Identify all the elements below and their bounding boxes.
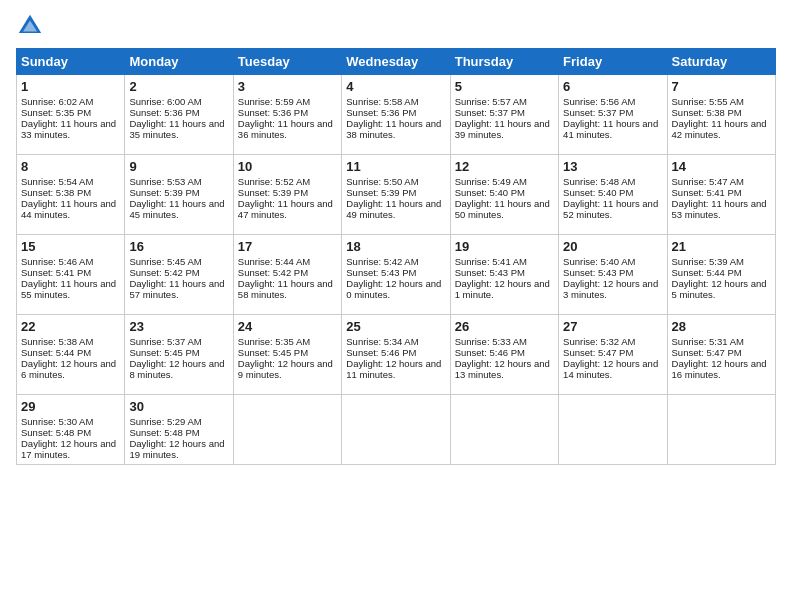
sunrise-text: Sunrise: 5:31 AM [672, 336, 744, 347]
day-cell-20: 20 Sunrise: 5:40 AM Sunset: 5:43 PM Dayl… [559, 235, 667, 315]
sunrise-text: Sunrise: 5:56 AM [563, 96, 635, 107]
logo [16, 12, 48, 40]
day-cell-16: 16 Sunrise: 5:45 AM Sunset: 5:42 PM Dayl… [125, 235, 233, 315]
sunrise-text: Sunrise: 5:54 AM [21, 176, 93, 187]
sunset-text: Sunset: 5:42 PM [238, 267, 308, 278]
day-cell-19: 19 Sunrise: 5:41 AM Sunset: 5:43 PM Dayl… [450, 235, 558, 315]
day-number: 17 [238, 239, 337, 254]
empty-cell [342, 395, 450, 465]
day-number: 19 [455, 239, 554, 254]
day-cell-18: 18 Sunrise: 5:42 AM Sunset: 5:43 PM Dayl… [342, 235, 450, 315]
day-number: 21 [672, 239, 771, 254]
day-cell-14: 14 Sunrise: 5:47 AM Sunset: 5:41 PM Dayl… [667, 155, 775, 235]
day-cell-5: 5 Sunrise: 5:57 AM Sunset: 5:37 PM Dayli… [450, 75, 558, 155]
sunset-text: Sunset: 5:48 PM [21, 427, 91, 438]
day-number: 6 [563, 79, 662, 94]
day-cell-3: 3 Sunrise: 5:59 AM Sunset: 5:36 PM Dayli… [233, 75, 341, 155]
day-number: 3 [238, 79, 337, 94]
day-number: 25 [346, 319, 445, 334]
daylight-text: Daylight: 12 hours and 6 minutes. [21, 358, 116, 380]
sunset-text: Sunset: 5:42 PM [129, 267, 199, 278]
sunrise-text: Sunrise: 5:39 AM [672, 256, 744, 267]
daylight-text: Daylight: 11 hours and 36 minutes. [238, 118, 333, 140]
day-number: 10 [238, 159, 337, 174]
sunrise-text: Sunrise: 5:34 AM [346, 336, 418, 347]
sunset-text: Sunset: 5:41 PM [672, 187, 742, 198]
daylight-text: Daylight: 11 hours and 57 minutes. [129, 278, 224, 300]
sunset-text: Sunset: 5:48 PM [129, 427, 199, 438]
sunset-text: Sunset: 5:45 PM [238, 347, 308, 358]
daylight-text: Daylight: 12 hours and 3 minutes. [563, 278, 658, 300]
daylight-text: Daylight: 11 hours and 52 minutes. [563, 198, 658, 220]
day-cell-6: 6 Sunrise: 5:56 AM Sunset: 5:37 PM Dayli… [559, 75, 667, 155]
sunset-text: Sunset: 5:39 PM [346, 187, 416, 198]
sunset-text: Sunset: 5:43 PM [455, 267, 525, 278]
day-cell-24: 24 Sunrise: 5:35 AM Sunset: 5:45 PM Dayl… [233, 315, 341, 395]
sunrise-text: Sunrise: 5:41 AM [455, 256, 527, 267]
daylight-text: Daylight: 11 hours and 39 minutes. [455, 118, 550, 140]
daylight-text: Daylight: 12 hours and 19 minutes. [129, 438, 224, 460]
day-number: 8 [21, 159, 120, 174]
day-number: 30 [129, 399, 228, 414]
daylight-text: Daylight: 11 hours and 35 minutes. [129, 118, 224, 140]
sunrise-text: Sunrise: 5:33 AM [455, 336, 527, 347]
day-header-saturday: Saturday [667, 49, 775, 75]
day-number: 11 [346, 159, 445, 174]
daylight-text: Daylight: 12 hours and 16 minutes. [672, 358, 767, 380]
daylight-text: Daylight: 11 hours and 45 minutes. [129, 198, 224, 220]
daylight-text: Daylight: 12 hours and 5 minutes. [672, 278, 767, 300]
sunrise-text: Sunrise: 5:48 AM [563, 176, 635, 187]
sunset-text: Sunset: 5:39 PM [129, 187, 199, 198]
week-row-5: 29 Sunrise: 5:30 AM Sunset: 5:48 PM Dayl… [17, 395, 776, 465]
day-number: 1 [21, 79, 120, 94]
sunset-text: Sunset: 5:43 PM [563, 267, 633, 278]
sunrise-text: Sunrise: 6:00 AM [129, 96, 201, 107]
day-cell-15: 15 Sunrise: 5:46 AM Sunset: 5:41 PM Dayl… [17, 235, 125, 315]
sunrise-text: Sunrise: 5:58 AM [346, 96, 418, 107]
daylight-text: Daylight: 12 hours and 13 minutes. [455, 358, 550, 380]
day-header-monday: Monday [125, 49, 233, 75]
day-cell-17: 17 Sunrise: 5:44 AM Sunset: 5:42 PM Dayl… [233, 235, 341, 315]
daylight-text: Daylight: 11 hours and 47 minutes. [238, 198, 333, 220]
sunset-text: Sunset: 5:38 PM [672, 107, 742, 118]
week-row-2: 8 Sunrise: 5:54 AM Sunset: 5:38 PM Dayli… [17, 155, 776, 235]
daylight-text: Daylight: 11 hours and 41 minutes. [563, 118, 658, 140]
day-header-friday: Friday [559, 49, 667, 75]
day-number: 24 [238, 319, 337, 334]
sunrise-text: Sunrise: 5:40 AM [563, 256, 635, 267]
day-cell-12: 12 Sunrise: 5:49 AM Sunset: 5:40 PM Dayl… [450, 155, 558, 235]
sunset-text: Sunset: 5:43 PM [346, 267, 416, 278]
week-row-3: 15 Sunrise: 5:46 AM Sunset: 5:41 PM Dayl… [17, 235, 776, 315]
day-cell-13: 13 Sunrise: 5:48 AM Sunset: 5:40 PM Dayl… [559, 155, 667, 235]
sunset-text: Sunset: 5:46 PM [346, 347, 416, 358]
day-number: 5 [455, 79, 554, 94]
sunrise-text: Sunrise: 5:47 AM [672, 176, 744, 187]
day-number: 26 [455, 319, 554, 334]
sunset-text: Sunset: 5:40 PM [563, 187, 633, 198]
sunrise-text: Sunrise: 5:50 AM [346, 176, 418, 187]
sunrise-text: Sunrise: 5:29 AM [129, 416, 201, 427]
day-cell-2: 2 Sunrise: 6:00 AM Sunset: 5:36 PM Dayli… [125, 75, 233, 155]
week-row-4: 22 Sunrise: 5:38 AM Sunset: 5:44 PM Dayl… [17, 315, 776, 395]
daylight-text: Daylight: 11 hours and 44 minutes. [21, 198, 116, 220]
daylight-text: Daylight: 12 hours and 0 minutes. [346, 278, 441, 300]
daylight-text: Daylight: 11 hours and 49 minutes. [346, 198, 441, 220]
daylight-text: Daylight: 11 hours and 38 minutes. [346, 118, 441, 140]
sunset-text: Sunset: 5:47 PM [563, 347, 633, 358]
day-number: 27 [563, 319, 662, 334]
sunrise-text: Sunrise: 5:45 AM [129, 256, 201, 267]
day-cell-8: 8 Sunrise: 5:54 AM Sunset: 5:38 PM Dayli… [17, 155, 125, 235]
day-number: 9 [129, 159, 228, 174]
daylight-text: Daylight: 11 hours and 33 minutes. [21, 118, 116, 140]
day-number: 13 [563, 159, 662, 174]
sunset-text: Sunset: 5:36 PM [129, 107, 199, 118]
sunrise-text: Sunrise: 5:30 AM [21, 416, 93, 427]
sunrise-text: Sunrise: 5:55 AM [672, 96, 744, 107]
daylight-text: Daylight: 12 hours and 1 minute. [455, 278, 550, 300]
day-cell-26: 26 Sunrise: 5:33 AM Sunset: 5:46 PM Dayl… [450, 315, 558, 395]
days-header-row: SundayMondayTuesdayWednesdayThursdayFrid… [17, 49, 776, 75]
empty-cell [667, 395, 775, 465]
empty-cell [450, 395, 558, 465]
daylight-text: Daylight: 12 hours and 14 minutes. [563, 358, 658, 380]
day-cell-21: 21 Sunrise: 5:39 AM Sunset: 5:44 PM Dayl… [667, 235, 775, 315]
